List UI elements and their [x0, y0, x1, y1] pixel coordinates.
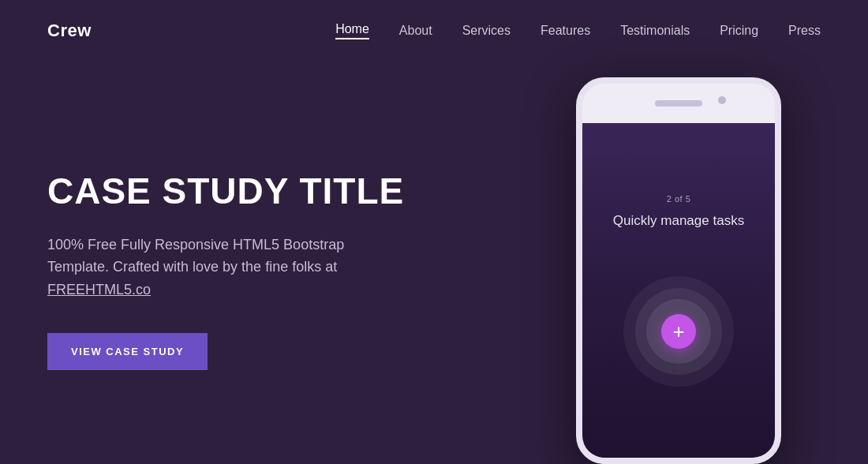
- view-case-study-button[interactable]: VIEW CASE STUDY: [47, 333, 208, 370]
- hero-desc-line1: 100% Free Fully Responsive HTML5 Bootstr…: [47, 237, 344, 253]
- hero-title: CASE STUDY TITLE: [47, 171, 489, 211]
- main-nav: Home About Services Features Testimonial…: [335, 22, 821, 39]
- nav-pricing[interactable]: Pricing: [720, 24, 758, 38]
- hero-desc-link[interactable]: FREEHTML5.co: [47, 282, 151, 297]
- phone-camera: [718, 96, 726, 104]
- hero-content: CASE STUDY TITLE 100% Free Fully Respons…: [47, 155, 489, 370]
- plus-button[interactable]: +: [661, 314, 696, 349]
- nav-press[interactable]: Press: [788, 24, 821, 38]
- phone-top-bar: [582, 84, 775, 123]
- nav-home[interactable]: Home: [335, 22, 369, 39]
- nav-testimonials[interactable]: Testimonials: [620, 24, 690, 38]
- hero-section: CASE STUDY TITLE 100% Free Fully Respons…: [0, 62, 868, 464]
- screen-title: Quickly manage tasks: [613, 213, 744, 229]
- logo: Crew: [47, 21, 92, 41]
- hero-description: 100% Free Fully Responsive HTML5 Bootstr…: [47, 234, 426, 301]
- nav-features[interactable]: Features: [541, 24, 590, 38]
- hero-desc-line2: Template. Crafted with love by the fine …: [47, 259, 337, 275]
- nav-services[interactable]: Services: [462, 24, 511, 38]
- circles-container: +: [623, 276, 734, 387]
- phone-screen: 2 of 5 Quickly manage tasks +: [582, 123, 775, 458]
- phone-frame: 2 of 5 Quickly manage tasks +: [576, 77, 781, 464]
- phone-mockup: 2 of 5 Quickly manage tasks +: [521, 77, 836, 464]
- screen-pagination: 2 of 5: [667, 194, 691, 204]
- nav-about[interactable]: About: [399, 24, 432, 38]
- header: Crew Home About Services Features Testim…: [0, 0, 868, 62]
- phone-speaker: [655, 100, 702, 107]
